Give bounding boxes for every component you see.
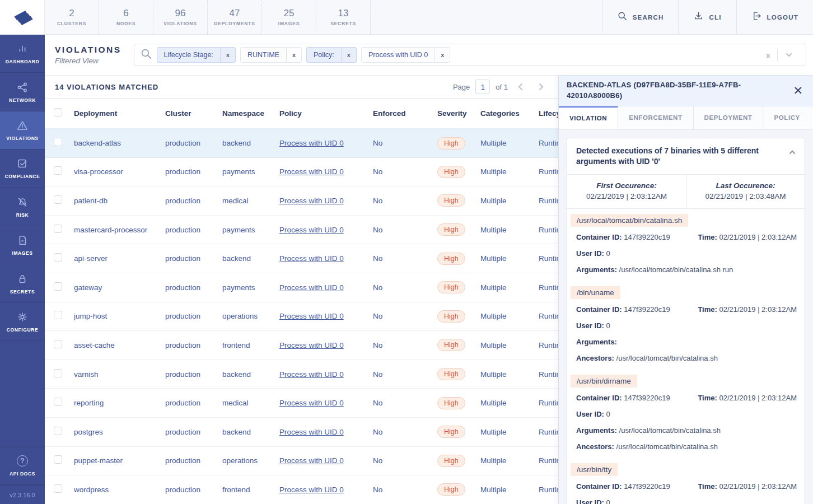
remove-chip-icon[interactable]: x <box>220 48 235 62</box>
table-row[interactable]: mastercard-processorproductionpaymentsPr… <box>45 216 558 245</box>
cell-policy-link[interactable]: Process with UID 0 <box>279 486 373 494</box>
row-checkbox[interactable] <box>54 427 74 437</box>
table-row[interactable]: postgresproductionbackendProcess with UI… <box>45 418 558 447</box>
remove-chip-icon[interactable]: x <box>434 48 450 62</box>
stat-label: CLUSTERS <box>57 21 86 26</box>
table-row[interactable]: puppet-masterproductionoperationsProcess… <box>45 447 558 476</box>
sidebar-item-dashboard[interactable]: DASHBOARD <box>0 35 45 73</box>
cell-namespace: backend <box>222 428 279 436</box>
cell-policy-link[interactable]: Process with UID 0 <box>279 428 373 436</box>
cell-policy-link[interactable]: Process with UID 0 <box>279 139 373 147</box>
row-checkbox[interactable] <box>54 253 74 264</box>
row-checkbox[interactable] <box>54 138 74 148</box>
process-container-time: Container ID: 147f39220c19Time: 02/21/20… <box>576 301 797 318</box>
sidebar-item-label: NETWORK <box>9 97 36 103</box>
cell-policy-link[interactable]: Process with UID 0 <box>279 456 373 465</box>
cell-deployment: api-server <box>74 254 165 263</box>
next-page-icon[interactable] <box>534 83 548 91</box>
time-label: Time: <box>698 482 717 491</box>
sidebar-item-compliance[interactable]: COMPLIANCE <box>0 150 45 188</box>
tab-policy[interactable]: POLICY <box>763 106 811 129</box>
stat-violations[interactable]: 96VIOLATIONS <box>153 0 208 34</box>
cell-lifecycle: Runtime <box>539 139 558 147</box>
row-checkbox[interactable] <box>54 455 74 466</box>
table-row[interactable]: backend-atlasproductionbackendProcess wi… <box>45 129 558 158</box>
select-all-checkbox[interactable] <box>54 108 74 119</box>
row-checkbox[interactable] <box>54 225 74 235</box>
cell-policy-link[interactable]: Process with UID 0 <box>279 399 373 407</box>
container-id-label: Container ID: <box>576 233 622 241</box>
stat-secrets[interactable]: 13SECRETS <box>316 0 371 34</box>
search-button[interactable]: SEARCH <box>602 0 679 34</box>
table-row[interactable]: wordpressproductionfrontendProcess with … <box>45 475 558 504</box>
row-checkbox[interactable] <box>54 311 74 321</box>
table-row[interactable]: jump-hostproductionoperationsProcess wit… <box>45 302 558 332</box>
table-row[interactable]: patient-dbproductionmedicalProcess with … <box>45 186 558 216</box>
table-row[interactable]: gatewayproductionpaymentsProcess with UI… <box>45 273 558 302</box>
sidebar-item-label: RISK <box>16 212 29 218</box>
sidebar-item-risk[interactable]: RISK <box>0 188 45 226</box>
cell-cluster: production <box>165 486 222 494</box>
table-row[interactable]: varnishproductionbackendProcess with UID… <box>45 360 558 389</box>
table-row[interactable]: visa-processorproductionpaymentsProcess … <box>45 158 558 187</box>
cell-policy-link[interactable]: Process with UID 0 <box>279 167 373 176</box>
remove-chip-icon[interactable]: x <box>341 48 356 62</box>
page-number-input[interactable] <box>475 80 490 94</box>
cell-severity: High <box>437 426 480 438</box>
container-id-field: Container ID: 147f39220c19 <box>576 478 670 494</box>
cell-deployment: asset-cache <box>74 341 165 349</box>
chevron-up-icon[interactable] <box>788 148 797 157</box>
row-checkbox[interactable] <box>54 398 74 408</box>
cell-policy-link[interactable]: Process with UID 0 <box>279 226 373 234</box>
chevron-down-icon[interactable] <box>778 50 800 59</box>
logout-button[interactable]: LOGOUT <box>736 0 813 34</box>
search-input[interactable]: Lifecycle Stage:xRUNTIMExPolicy:xProcess… <box>134 44 806 66</box>
column-header-deployment: Deployment <box>74 109 165 118</box>
cell-policy-link[interactable]: Process with UID 0 <box>279 197 373 205</box>
row-checkbox[interactable] <box>54 166 74 177</box>
action-label: SEARCH <box>633 14 664 21</box>
row-checkbox[interactable] <box>54 369 74 380</box>
table-row[interactable]: reportingproductionmedicalProcess with U… <box>45 389 558 418</box>
search-clear-icon[interactable]: x <box>759 50 777 60</box>
table-row[interactable]: api-serverproductionbackendProcess with … <box>45 244 558 273</box>
sidebar-item-secrets[interactable]: SECRETS <box>0 264 45 302</box>
table-row[interactable]: asset-cacheproductionfrontendProcess wit… <box>45 331 558 360</box>
stat-clusters[interactable]: 2CLUSTERS <box>45 0 99 34</box>
stat-nodes[interactable]: 6NODES <box>99 0 153 34</box>
sidebar-item-api-docs[interactable]: ? API DOCS <box>0 447 45 485</box>
row-checkbox[interactable] <box>54 340 74 351</box>
cell-policy-link[interactable]: Process with UID 0 <box>279 341 373 349</box>
row-checkbox[interactable] <box>54 282 74 293</box>
network-icon <box>16 81 29 94</box>
prev-page-icon[interactable] <box>513 83 528 91</box>
cell-policy-link[interactable]: Process with UID 0 <box>279 312 373 320</box>
cell-deployment: wordpress <box>74 486 165 494</box>
cell-policy-link[interactable]: Process with UID 0 <box>279 254 373 263</box>
logo[interactable] <box>0 0 45 35</box>
sidebar-item-images[interactable]: IMAGES <box>0 226 45 264</box>
stat-deployments[interactable]: 47DEPLOYMENTS <box>208 0 262 34</box>
cell-policy-link[interactable]: Process with UID 0 <box>279 283 373 292</box>
cli-button[interactable]: CLI <box>678 0 736 34</box>
search-icon <box>140 48 152 62</box>
tab-violation[interactable]: VIOLATION <box>559 106 618 129</box>
tab-deployment[interactable]: DEPLOYMENT <box>694 106 764 129</box>
cell-categories: Multiple <box>480 197 539 205</box>
cell-namespace: operations <box>222 456 279 465</box>
sidebar-item-violations[interactable]: VIOLATIONS <box>0 111 45 150</box>
row-checkbox[interactable] <box>54 484 74 495</box>
sidebar-item-configure[interactable]: CONFIGURE <box>0 303 45 341</box>
row-checkbox[interactable] <box>54 195 74 206</box>
close-icon[interactable]: ✕ <box>791 84 805 97</box>
sidebar-item-network[interactable]: NETWORK <box>0 73 45 111</box>
cell-policy-link[interactable]: Process with UID 0 <box>279 370 373 379</box>
tab-enforcement[interactable]: ENFORCEMENT <box>618 106 693 129</box>
time-field: Time: 02/21/2019 | 2:03:12AM <box>698 390 797 406</box>
checkbox-box <box>54 398 62 406</box>
severity-badge: High <box>437 281 465 293</box>
stat-images[interactable]: 25IMAGES <box>262 0 316 34</box>
last-occurrence-label: Last Occurence: <box>692 181 799 190</box>
checkbox-box <box>54 282 62 291</box>
remove-chip-icon[interactable]: x <box>286 48 301 62</box>
